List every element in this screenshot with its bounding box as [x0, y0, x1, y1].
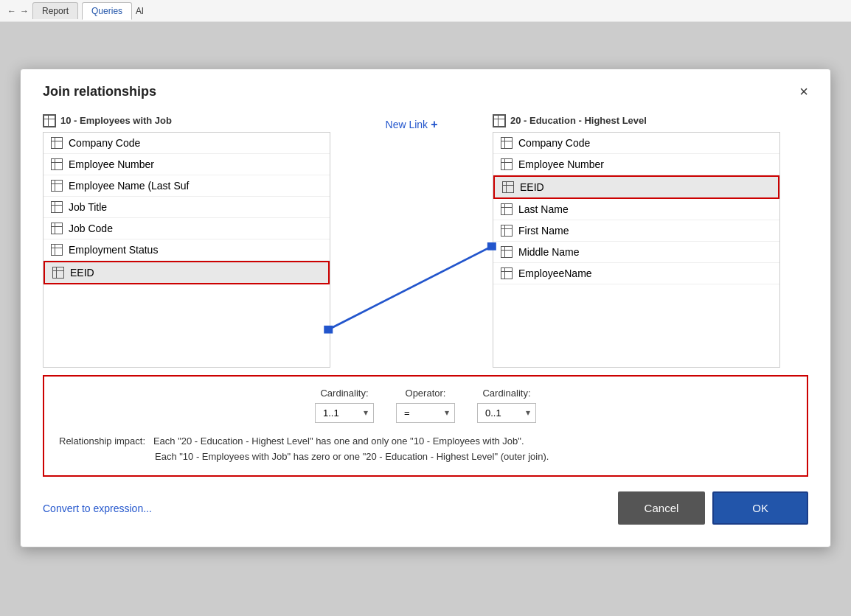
right-field-company-code[interactable]: Company Code: [493, 133, 779, 154]
field-icon: [501, 203, 513, 215]
operator-select[interactable]: = != < >: [396, 403, 455, 423]
left-field-list-container[interactable]: Company Code Employee Number Employee Na…: [43, 132, 330, 368]
operator-label: Operator:: [406, 388, 446, 399]
close-button[interactable]: ×: [799, 84, 808, 99]
right-cardinality-group: Cardinality: 0..1 1..1 1..N 0..N: [477, 388, 536, 423]
right-cardinality-select[interactable]: 0..1 1..1 1..N 0..N: [477, 403, 536, 423]
convert-to-expression-button[interactable]: Convert to expression...: [43, 503, 152, 514]
left-field-job-title[interactable]: Job Title: [44, 197, 330, 218]
left-field-employee-number[interactable]: Employee Number: [44, 154, 330, 175]
field-icon: [51, 137, 63, 149]
new-link-button[interactable]: New Link +: [386, 118, 438, 131]
relationship-impact: Relationship impact: Each "20 - Educatio…: [59, 434, 792, 465]
right-cardinality-label: Cardinality:: [482, 388, 530, 399]
modal-header: Join relationships ×: [43, 84, 808, 99]
join-relationships-modal: Join relationships × 10 - Employees with…: [20, 69, 831, 548]
middle-area: New Link +: [330, 114, 493, 368]
cardinality-row: Cardinality: 1..1 0..1 1..N 0..N Operato…: [59, 388, 792, 423]
field-icon: [501, 225, 513, 237]
footer-right: Cancel OK: [618, 491, 808, 525]
left-field-eeid[interactable]: EEID: [44, 261, 330, 284]
right-panel: 20 - Education - Highest Level Company C…: [493, 114, 780, 368]
relationship-section: Cardinality: 1..1 0..1 1..N 0..N Operato…: [43, 375, 808, 477]
ok-button[interactable]: OK: [712, 491, 808, 525]
nav-tab-queries[interactable]: Queries: [82, 2, 132, 20]
right-field-list: Company Code Employee Number EEID L: [493, 133, 779, 284]
right-cardinality-select-wrapper: 0..1 1..1 1..N 0..N: [477, 403, 536, 423]
right-field-list-container[interactable]: Company Code Employee Number EEID L: [493, 132, 780, 368]
modal-backdrop: ← → Report Queries Al Join relationships…: [0, 0, 851, 616]
nav-extra: Al: [136, 6, 144, 16]
left-panel-title: 10 - Employees with Job: [43, 114, 330, 127]
left-table-icon: [43, 114, 56, 127]
right-table-icon: [493, 114, 506, 127]
left-field-list: Company Code Employee Number Employee Na…: [44, 133, 330, 284]
field-icon: [502, 181, 514, 193]
field-icon: [52, 267, 64, 279]
nav-forward: →: [20, 6, 29, 16]
panels-row: 10 - Employees with Job Company Code Emp…: [43, 114, 808, 368]
left-cardinality-label: Cardinality:: [320, 388, 368, 399]
nav-bar: ← → Report Queries Al: [0, 0, 851, 22]
right-field-last-name[interactable]: Last Name: [493, 199, 779, 220]
right-field-employeename[interactable]: EmployeeName: [493, 263, 779, 284]
left-cardinality-select-wrapper: 1..1 0..1 1..N 0..N: [315, 403, 374, 423]
right-field-middle-name[interactable]: Middle Name: [493, 242, 779, 263]
left-field-company-code[interactable]: Company Code: [44, 133, 330, 154]
left-field-job-code[interactable]: Job Code: [44, 218, 330, 239]
operator-group: Operator: = != < >: [396, 388, 455, 423]
left-cardinality-group: Cardinality: 1..1 0..1 1..N 0..N: [315, 388, 374, 423]
right-field-employee-number[interactable]: Employee Number: [493, 154, 779, 175]
modal-title: Join relationships: [43, 84, 156, 99]
right-panel-title: 20 - Education - Highest Level: [493, 114, 780, 127]
field-icon: [51, 223, 63, 234]
cancel-button[interactable]: Cancel: [618, 491, 706, 525]
left-field-employee-name[interactable]: Employee Name (Last Suf: [44, 175, 330, 197]
left-cardinality-select[interactable]: 1..1 0..1 1..N 0..N: [315, 403, 374, 423]
new-link-area: New Link +: [386, 114, 438, 139]
right-field-first-name[interactable]: First Name: [493, 220, 779, 242]
field-icon: [51, 201, 63, 213]
modal-footer: Convert to expression... Cancel OK: [43, 491, 808, 525]
field-icon: [501, 267, 513, 279]
operator-select-wrapper: = != < >: [396, 403, 455, 423]
right-field-eeid[interactable]: EEID: [493, 175, 779, 199]
field-icon: [51, 158, 63, 170]
field-icon: [501, 246, 513, 258]
nav-back: ←: [7, 6, 16, 16]
field-icon: [501, 158, 513, 170]
field-icon: [51, 244, 63, 256]
left-field-employment-status[interactable]: Employment Status: [44, 239, 330, 261]
left-panel: 10 - Employees with Job Company Code Emp…: [43, 114, 330, 368]
field-icon: [51, 180, 63, 192]
nav-tab-report[interactable]: Report: [32, 2, 78, 19]
field-icon: [501, 137, 513, 149]
